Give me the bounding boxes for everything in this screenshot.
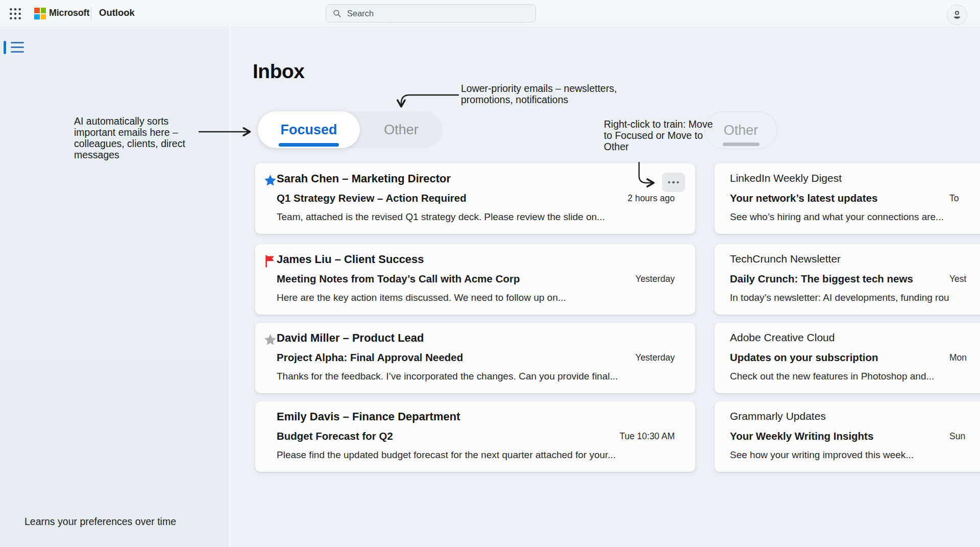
email-preview: Team, attached is the revised Q1 strateg… — [277, 211, 605, 223]
account-button[interactable] — [947, 5, 967, 25]
email-time: Tue 10:30 AM — [620, 431, 675, 442]
email-subject: Updates on your subscription — [730, 351, 878, 364]
email-item-david-miller[interactable]: David Miller – Product Lead Project Alph… — [255, 323, 695, 393]
email-item-grammarly[interactable]: Grammarly Updates Your Weekly Writing In… — [715, 401, 980, 472]
nav-accent-bar — [4, 41, 6, 54]
page-title: Inbox — [253, 60, 305, 83]
app-launcher-icon[interactable] — [8, 7, 22, 21]
focused-active-underline — [279, 143, 339, 147]
email-time: 2 hours ago — [628, 193, 675, 204]
email-item-adobe[interactable]: Adobe Creative Cloud Updates on your sub… — [715, 323, 980, 393]
other-column-label: Other — [724, 123, 758, 138]
tab-other[interactable]: Other — [360, 111, 443, 148]
star-filled-icon[interactable] — [263, 174, 277, 187]
person-icon — [951, 9, 963, 20]
email-preview: Please find the updated budget forecast … — [277, 449, 616, 461]
annotation-focused-note: AI automatically sorts important emails … — [74, 115, 197, 160]
email-item-emily-davis[interactable]: Emily Davis – Finance Department Budget … — [255, 401, 695, 472]
title-divider — [91, 7, 91, 20]
other-column-underline — [723, 142, 760, 146]
annotation-other-note: Lower-priority emails – newsletters, pro… — [461, 83, 655, 105]
email-sender: Emily Davis – Finance Department — [277, 410, 460, 423]
email-time: Yesterday — [635, 352, 675, 363]
outlook-window: Learns your preferences over time Micros… — [0, 0, 980, 547]
annotation-train-note: Right-click to train: Move to Focused or… — [604, 118, 719, 152]
email-preview: See who’s hiring and what your connectio… — [730, 211, 944, 223]
microsoft-wordmark: Microsoft — [49, 8, 89, 18]
email-time: Mon — [949, 352, 967, 363]
email-sender: TechCrunch Newsletter — [730, 253, 841, 265]
email-sender: David Miller – Product Lead — [277, 331, 424, 345]
outlook-title[interactable]: Outlook — [99, 7, 135, 18]
tab-focused[interactable]: Focused — [258, 111, 360, 148]
tab-focused-label: Focused — [280, 122, 337, 138]
inbox-tab-switch: Focused Other — [258, 111, 443, 148]
email-sender: James Liu – Client Success — [277, 253, 424, 266]
email-time: Sun — [949, 431, 965, 442]
email-time: Yesterday — [635, 274, 675, 284]
email-time: To — [949, 193, 959, 204]
flag-icon[interactable] — [263, 254, 277, 268]
email-item-sarah-chen[interactable]: Sarah Chen – Marketing Director Q1 Strat… — [255, 163, 695, 234]
email-subject: Q1 Strategy Review – Action Required — [277, 192, 467, 204]
email-item-techcrunch[interactable]: TechCrunch Newsletter Daily Crunch: The … — [715, 244, 980, 315]
microsoft-logo[interactable] — [34, 8, 46, 19]
grid-icon — [9, 7, 22, 20]
sidebar: Learns your preferences over time — [0, 27, 231, 547]
arrow-to-other-tab — [401, 95, 458, 106]
email-preview: Thanks for the feedback. I’ve incorporat… — [277, 371, 618, 382]
footer-note: Learns your preferences over time — [24, 516, 176, 528]
star-gray-icon[interactable] — [263, 333, 277, 347]
hamburger-menu-icon[interactable] — [11, 41, 24, 54]
email-subject: Meeting Notes from Today’s Call with Acm… — [277, 273, 520, 285]
email-sender: Sarah Chen – Marketing Director — [277, 172, 451, 185]
email-subject: Your network’s latest updates — [730, 192, 877, 204]
email-sender: LinkedIn Weekly Digest — [730, 172, 842, 184]
email-subject: Your Weekly Writing Insights — [730, 430, 873, 442]
email-sender: Grammarly Updates — [730, 410, 826, 422]
email-subject: Project Alpha: Final Approval Needed — [277, 351, 463, 364]
more-options-icon — [668, 181, 671, 184]
search-icon — [332, 9, 342, 18]
email-preview: Check out the new features in Photoshop … — [730, 371, 934, 382]
email-item-james-liu[interactable]: James Liu – Client Success Meeting Notes… — [255, 244, 695, 315]
search-input[interactable] — [347, 9, 529, 18]
email-subject: Budget Forecast for Q2 — [277, 430, 393, 442]
email-subject: Daily Crunch: The biggest tech news — [730, 273, 913, 285]
email-sender: Adobe Creative Cloud — [730, 331, 835, 344]
email-preview: Here are the key action items discussed.… — [277, 292, 566, 303]
email-item-linkedin[interactable]: LinkedIn Weekly Digest Your network’s la… — [715, 163, 980, 234]
more-options-button[interactable] — [662, 173, 685, 192]
email-time: Yest — [949, 274, 966, 284]
top-app-bar: Microsoft Outlook — [0, 0, 980, 27]
search-bar[interactable] — [326, 4, 536, 22]
email-preview: See how your writing improved this week.… — [730, 449, 914, 461]
email-preview: In today’s newsletter: AI developments, … — [730, 292, 949, 303]
tab-other-label: Other — [384, 122, 419, 138]
